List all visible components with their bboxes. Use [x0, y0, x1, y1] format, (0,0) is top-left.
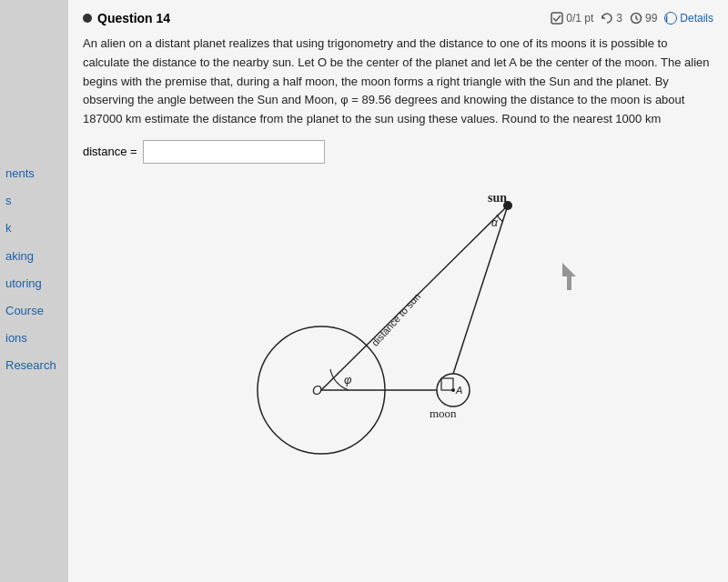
sidebar-item-ions[interactable]: ions	[2, 328, 68, 348]
question-header: Question 14 0/1 pt 3	[83, 11, 713, 25]
svg-rect-9	[441, 378, 453, 390]
sidebar-item-aking[interactable]: aking	[2, 246, 68, 266]
refresh-icon	[601, 12, 613, 25]
question-title-text: Question 14	[97, 11, 170, 25]
svg-line-7	[453, 206, 508, 374]
distance-row: distance =	[83, 140, 713, 164]
info-icon: i	[664, 12, 677, 25]
clock-icon	[630, 12, 642, 25]
sidebar-item-nents[interactable]: nents	[2, 164, 68, 184]
main-content: Question 14 0/1 pt 3	[68, 0, 728, 582]
moon-point-label: A	[455, 385, 462, 396]
diagram-area: O φ A moon sun α	[171, 176, 626, 458]
question-title: Question 14	[83, 11, 170, 25]
sidebar-item-s[interactable]: s	[2, 191, 68, 211]
distance-to-sun-label: distance to sun	[369, 291, 421, 348]
sidebar-item-k[interactable]: k	[2, 218, 68, 238]
tries-badge: 3	[601, 12, 622, 25]
score-icon	[551, 12, 563, 25]
distance-input[interactable]	[143, 140, 325, 164]
bullet-icon	[83, 14, 92, 23]
cursor-icon	[562, 263, 576, 290]
score-badge: 0/1 pt	[551, 12, 593, 25]
header-right: 0/1 pt 3 99 i Details	[551, 12, 713, 25]
sidebar-item-utoring[interactable]: utoring	[2, 274, 68, 294]
distance-label: distance =	[83, 145, 137, 158]
svg-rect-0	[551, 13, 562, 24]
time-badge: 99	[630, 12, 657, 25]
planet-label: O	[312, 383, 322, 397]
diagram-svg: O φ A moon sun α	[171, 176, 626, 458]
phi-label: φ	[344, 373, 352, 386]
alpha-label: α	[491, 216, 499, 229]
sidebar: nents s k aking utoring Course ions Rese…	[0, 0, 68, 582]
sidebar-item-research[interactable]: Research	[2, 356, 68, 376]
details-link[interactable]: i Details	[664, 12, 713, 25]
sun-label: sun	[488, 191, 507, 205]
question-body: An alien on a distant planet realizes th…	[83, 35, 713, 129]
sidebar-item-course[interactable]: Course	[2, 301, 68, 321]
moon-label: moon	[430, 406, 457, 420]
